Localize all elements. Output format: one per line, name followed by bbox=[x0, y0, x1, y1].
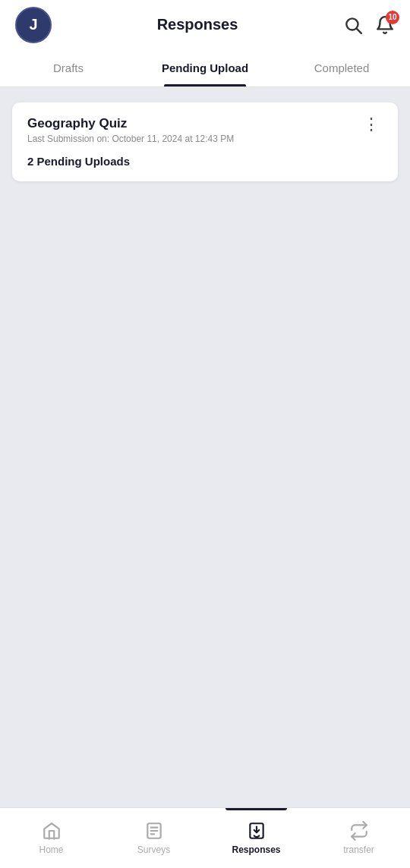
nav-home-label: Home bbox=[39, 844, 63, 855]
header: J Responses 10 bbox=[0, 0, 410, 49]
nav-home[interactable]: Home bbox=[0, 808, 102, 868]
bottom-nav: Home Surveys Responses transfer bbox=[0, 807, 410, 868]
content-area: Geography Quiz Last Submission on: Octob… bbox=[0, 87, 410, 807]
home-icon bbox=[42, 821, 62, 841]
surveys-icon bbox=[144, 821, 164, 841]
card-title-block: Geography Quiz Last Submission on: Octob… bbox=[27, 116, 234, 144]
transfer-icon bbox=[349, 821, 369, 841]
more-options-button[interactable]: ⋮ bbox=[360, 116, 383, 133]
nav-surveys[interactable]: Surveys bbox=[102, 808, 205, 868]
quiz-card: Geography Quiz Last Submission on: Octob… bbox=[12, 102, 398, 181]
card-subtitle: Last Submission on: October 11, 2024 at … bbox=[27, 134, 234, 144]
header-icons: 10 bbox=[343, 15, 395, 35]
tabs-bar: Drafts Pending Upload Completed bbox=[0, 49, 410, 87]
nav-surveys-label: Surveys bbox=[137, 844, 170, 855]
nav-transfer[interactable]: transfer bbox=[308, 808, 410, 868]
svg-line-1 bbox=[357, 28, 361, 33]
responses-icon bbox=[247, 821, 266, 841]
nav-transfer-label: transfer bbox=[343, 844, 374, 855]
nav-responses-label: Responses bbox=[232, 844, 280, 855]
card-header: Geography Quiz Last Submission on: Octob… bbox=[27, 116, 383, 144]
pending-uploads-count: 2 Pending Uploads bbox=[27, 155, 383, 168]
avatar[interactable]: J bbox=[15, 7, 52, 43]
tab-completed[interactable]: Completed bbox=[273, 49, 410, 86]
notification-badge: 10 bbox=[386, 11, 399, 24]
tab-drafts[interactable]: Drafts bbox=[0, 49, 137, 86]
search-icon bbox=[343, 15, 363, 35]
nav-responses[interactable]: Responses bbox=[205, 808, 308, 868]
notifications-button[interactable]: 10 bbox=[375, 15, 395, 35]
search-button[interactable] bbox=[343, 15, 363, 35]
tab-pending-upload[interactable]: Pending Upload bbox=[137, 49, 273, 86]
card-title: Geography Quiz bbox=[27, 116, 234, 131]
page-title: Responses bbox=[157, 16, 238, 33]
